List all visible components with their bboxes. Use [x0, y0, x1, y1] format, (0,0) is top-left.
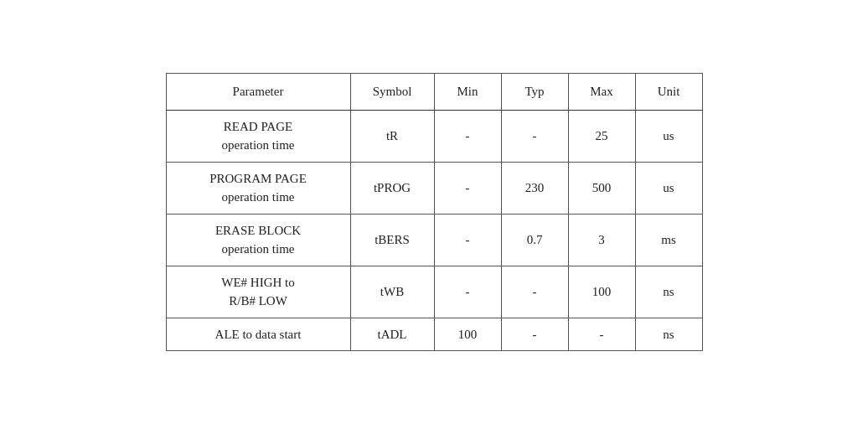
timing-parameters-table: Parameter Symbol Min Typ Max Unit READ P…	[166, 73, 703, 351]
header-typ: Typ	[501, 74, 568, 111]
cell-unit: us	[635, 110, 702, 162]
cell-max: 100	[568, 266, 635, 318]
cell-parameter: WE# HIGH toR/B# LOW	[166, 266, 350, 318]
header-parameter: Parameter	[166, 74, 350, 111]
table-container: Parameter Symbol Min Typ Max Unit READ P…	[132, 56, 736, 368]
cell-min: -	[434, 214, 501, 266]
cell-max: -	[568, 318, 635, 351]
cell-symbol: tPROG	[350, 162, 434, 214]
cell-typ: -	[501, 266, 568, 318]
cell-unit: ns	[635, 318, 702, 351]
cell-typ: -	[501, 318, 568, 351]
cell-symbol: tADL	[350, 318, 434, 351]
cell-unit: us	[635, 162, 702, 214]
table-header-row: Parameter Symbol Min Typ Max Unit	[166, 74, 702, 111]
cell-min: -	[434, 266, 501, 318]
table-row: WE# HIGH toR/B# LOWtWB--100ns	[166, 266, 702, 318]
header-min: Min	[434, 74, 501, 111]
cell-unit: ms	[635, 214, 702, 266]
cell-max: 3	[568, 214, 635, 266]
cell-min: 100	[434, 318, 501, 351]
cell-parameter: READ PAGEoperation time	[166, 110, 350, 162]
cell-parameter: ALE to data start	[166, 318, 350, 351]
cell-symbol: tR	[350, 110, 434, 162]
header-max: Max	[568, 74, 635, 111]
cell-typ: -	[501, 110, 568, 162]
cell-typ: 230	[501, 162, 568, 214]
cell-min: -	[434, 162, 501, 214]
header-symbol: Symbol	[350, 74, 434, 111]
cell-symbol: tBERS	[350, 214, 434, 266]
table-row: READ PAGEoperation timetR--25us	[166, 110, 702, 162]
cell-min: -	[434, 110, 501, 162]
cell-unit: ns	[635, 266, 702, 318]
table-row: ERASE BLOCKoperation timetBERS-0.73ms	[166, 214, 702, 266]
cell-typ: 0.7	[501, 214, 568, 266]
table-row: PROGRAM PAGEoperation timetPROG-230500us	[166, 162, 702, 214]
cell-parameter: ERASE BLOCKoperation time	[166, 214, 350, 266]
cell-max: 25	[568, 110, 635, 162]
header-unit: Unit	[635, 74, 702, 111]
cell-symbol: tWB	[350, 266, 434, 318]
cell-max: 500	[568, 162, 635, 214]
table-row: ALE to data starttADL100--ns	[166, 318, 702, 351]
cell-parameter: PROGRAM PAGEoperation time	[166, 162, 350, 214]
